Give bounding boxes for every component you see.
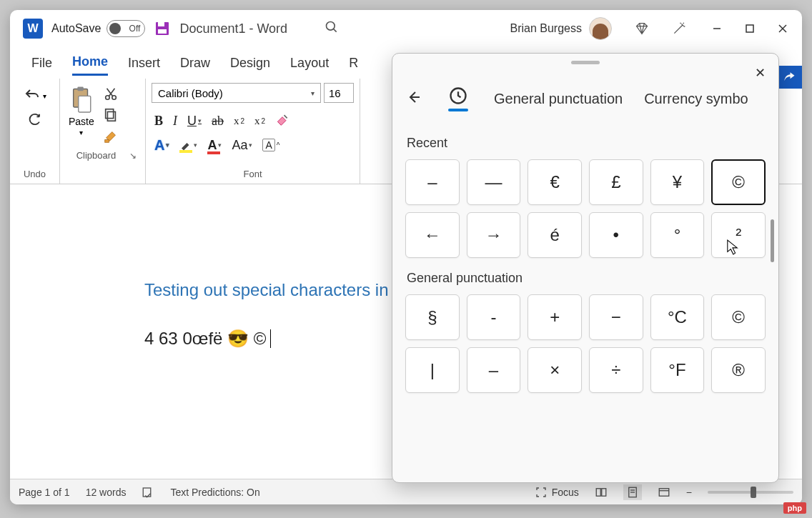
tab-insert[interactable]: Insert [128, 51, 160, 75]
svg-point-3 [327, 22, 335, 31]
symbol--[interactable]: - [467, 294, 521, 340]
close-button[interactable] [766, 14, 799, 43]
recent-symbols-grid: –—€£¥©←→é•°² [405, 159, 766, 258]
undo-button[interactable]: ▾ [23, 87, 46, 104]
symbol-²[interactable]: ² [711, 212, 766, 258]
symbol-−[interactable]: − [589, 294, 643, 340]
tab-references[interactable]: R [349, 51, 358, 75]
strikethrough-button[interactable]: ab [212, 114, 224, 129]
user-account[interactable]: Brian Burgess [510, 17, 613, 40]
status-predictions[interactable]: Text Predictions: On [170, 487, 259, 498]
text-cursor [270, 329, 271, 348]
symbol-°[interactable]: ° [650, 212, 705, 258]
symbol-×[interactable]: × [528, 347, 582, 393]
svg-rect-2 [158, 29, 167, 34]
symbol-§[interactable]: § [405, 294, 460, 340]
zoom-slider[interactable] [708, 491, 793, 494]
symbol-–[interactable]: – [405, 159, 460, 205]
symbol-—[interactable]: — [467, 159, 521, 205]
autosave-toggle[interactable]: Off [107, 20, 145, 37]
read-mode-icon[interactable] [595, 486, 608, 499]
svg-rect-11 [79, 96, 91, 112]
focus-mode-button[interactable]: Focus [535, 486, 579, 499]
symbol-•[interactable]: • [589, 212, 643, 258]
zoom-out-button[interactable]: − [686, 487, 692, 498]
symbol-°C[interactable]: °C [650, 294, 705, 340]
panel-close-button[interactable]: ✕ [755, 65, 766, 81]
clipboard-launcher-icon[interactable]: ↘ [127, 151, 139, 161]
status-page[interactable]: Page 1 of 1 [19, 487, 70, 498]
tab-home[interactable]: Home [72, 50, 108, 76]
symbol-←[interactable]: ← [405, 212, 460, 258]
symbol-–[interactable]: – [467, 347, 521, 393]
avatar [589, 17, 612, 40]
format-painter-icon[interactable] [103, 129, 119, 144]
panel-scrollbar[interactable] [771, 219, 774, 262]
symbol-¥[interactable]: ¥ [650, 159, 705, 205]
font-group-label: Font [152, 166, 354, 182]
web-layout-icon[interactable] [658, 486, 670, 499]
status-words[interactable]: 12 words [86, 487, 127, 498]
symbol-°F[interactable]: °F [650, 347, 705, 393]
section-general-label: General punctuation [407, 271, 766, 286]
panel-tab-row: General punctuation Currency symbo [392, 64, 778, 123]
autosave-control[interactable]: AutoSave Off [51, 20, 145, 37]
font-color-button[interactable]: A▾ [207, 138, 222, 153]
group-font: Calibri (Body)▾ 16 B I U▾ ab x2 x2 A▾ ▾ … [146, 79, 360, 184]
panel-tab-recent[interactable] [444, 83, 472, 114]
font-size-selector[interactable]: 16 [324, 83, 354, 103]
italic-button[interactable]: I [173, 114, 177, 129]
undo-group-label: Undo [24, 166, 46, 182]
word-app-icon: W [23, 19, 43, 39]
superscript-button[interactable]: x2 [254, 115, 265, 127]
symbol-é[interactable]: é [528, 212, 582, 258]
redo-button[interactable] [26, 113, 44, 133]
title-bar: W AutoSave Off Document1 - Word Brian Bu… [10, 10, 802, 47]
document-title[interactable]: Document1 - Word [179, 21, 287, 36]
bold-button[interactable]: B [154, 114, 163, 129]
wand-icon[interactable] [672, 21, 686, 36]
symbol-→[interactable]: → [467, 212, 521, 258]
maximize-button[interactable] [733, 14, 766, 43]
symbol-®[interactable]: ® [711, 347, 766, 393]
underline-button[interactable]: U▾ [187, 114, 202, 129]
spellcheck-icon[interactable] [142, 486, 154, 499]
copy-icon[interactable] [103, 107, 119, 123]
print-layout-icon[interactable] [623, 484, 642, 500]
toggle-knob [109, 23, 121, 34]
diamond-icon[interactable] [635, 21, 649, 36]
grow-shrink-font-button[interactable]: A^ [262, 139, 279, 151]
panel-tab-general[interactable]: General punctuation [494, 91, 623, 107]
save-icon[interactable] [154, 20, 171, 37]
cut-icon[interactable] [103, 86, 119, 101]
panel-tab-currency[interactable]: Currency symbo [644, 91, 748, 107]
font-name-selector[interactable]: Calibri (Body)▾ [152, 83, 321, 103]
tab-layout[interactable]: Layout [290, 51, 329, 75]
paste-button[interactable]: Paste ▾ [66, 83, 97, 147]
panel-back-button[interactable] [405, 89, 422, 109]
tab-draw[interactable]: Draw [180, 51, 210, 75]
clear-formatting-icon[interactable] [275, 112, 289, 129]
subscript-button[interactable]: x2 [234, 115, 244, 127]
svg-line-4 [334, 29, 337, 32]
symbol-+[interactable]: + [528, 294, 582, 340]
search-icon[interactable] [325, 20, 339, 37]
symbol-©[interactable]: © [711, 159, 766, 205]
minimize-button[interactable] [700, 14, 733, 43]
symbol-|[interactable]: | [405, 347, 460, 393]
svg-rect-15 [105, 109, 113, 119]
tab-file[interactable]: File [31, 51, 52, 75]
change-case-button[interactable]: Aa▾ [232, 138, 252, 153]
svg-rect-17 [144, 488, 152, 497]
title-extra-icons [635, 21, 686, 36]
symbol-€[interactable]: € [528, 159, 582, 205]
symbol-÷[interactable]: ÷ [589, 347, 643, 393]
tab-design[interactable]: Design [230, 51, 270, 75]
text-effects-button[interactable]: A▾ [154, 137, 169, 154]
share-button[interactable] [776, 66, 802, 89]
symbol-£[interactable]: £ [589, 159, 643, 205]
symbol-©[interactable]: © [711, 294, 766, 340]
svg-rect-6 [746, 25, 753, 32]
highlight-button[interactable]: ▾ [179, 139, 197, 151]
symbol-panel: ✕ General punctuation Currency symbo Rec… [392, 53, 779, 483]
